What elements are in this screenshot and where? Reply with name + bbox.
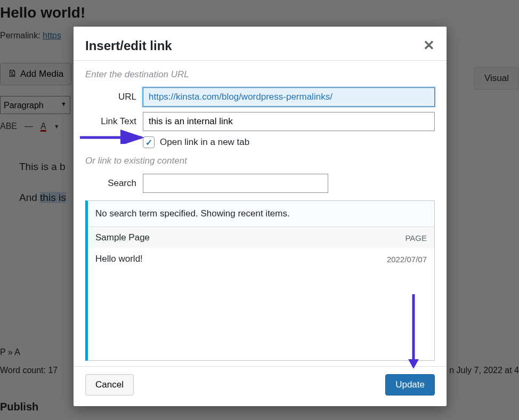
results-message: No search term specified. Showing recent… <box>88 201 434 227</box>
result-item[interactable]: Hello world! 2022/07/07 <box>88 248 434 270</box>
url-row: URL <box>85 87 435 107</box>
result-meta: PAGE <box>405 233 427 243</box>
modal-header: Insert/edit link ✕ <box>74 27 447 61</box>
insert-link-modal: Insert/edit link ✕ Enter the destination… <box>74 27 447 406</box>
result-title: Sample Page <box>95 232 150 243</box>
modal-body: Enter the destination URL URL Link Text … <box>74 61 447 366</box>
cancel-button[interactable]: Cancel <box>85 374 134 395</box>
update-button[interactable]: Update <box>385 374 435 395</box>
search-row: Search <box>85 174 435 193</box>
search-results: No search term specified. Showing recent… <box>85 200 435 361</box>
search-input[interactable] <box>143 174 328 193</box>
result-meta: 2022/07/07 <box>387 255 427 264</box>
link-text-label: Link Text <box>85 116 136 127</box>
modal-title: Insert/edit link <box>85 38 172 53</box>
new-tab-row: ✓ Open link in a new tab <box>143 136 435 148</box>
modal-footer: Cancel Update <box>74 366 447 406</box>
result-item[interactable]: Sample Page PAGE <box>88 227 434 248</box>
link-text-input[interactable] <box>143 112 435 131</box>
close-icon[interactable]: ✕ <box>423 37 435 54</box>
url-input[interactable] <box>143 87 435 107</box>
link-text-row: Link Text <box>85 112 435 131</box>
url-label: URL <box>85 92 136 102</box>
result-title: Hello world! <box>95 254 143 264</box>
existing-content-hint: Or link to existing content <box>85 156 435 166</box>
search-label: Search <box>85 178 136 189</box>
destination-url-hint: Enter the destination URL <box>85 69 435 80</box>
results-spacer <box>88 270 434 360</box>
new-tab-label: Open link in a new tab <box>160 137 249 148</box>
new-tab-checkbox[interactable]: ✓ <box>143 136 155 148</box>
